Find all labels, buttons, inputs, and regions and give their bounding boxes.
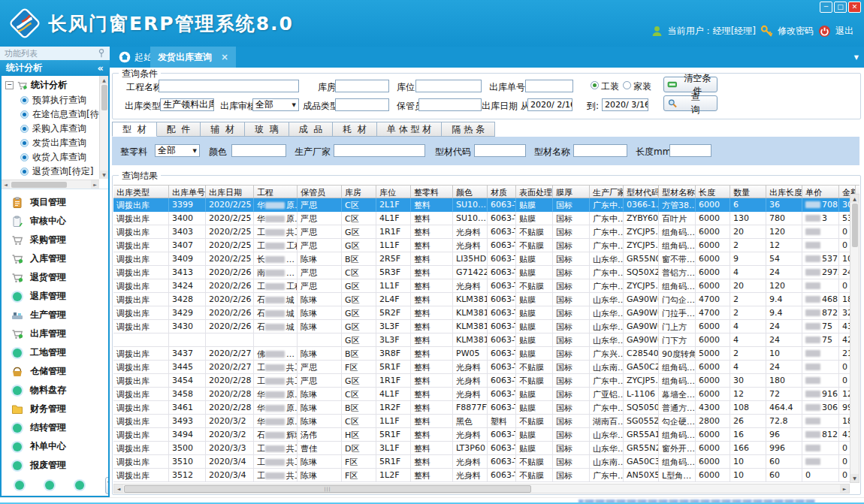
tree-vertical-scrollbar[interactable]: ▲ ▼ — [99, 76, 108, 179]
statistics-group-header[interactable]: 统计分析 « — [0, 60, 110, 76]
material-tab[interactable]: 型 材 — [112, 122, 157, 137]
warehouse-input[interactable] — [335, 80, 389, 92]
tree-item[interactable]: 采购入库查询 — [2, 122, 108, 136]
scroll-left-icon[interactable]: ◄ — [114, 484, 123, 493]
jiazhuang-radio[interactable] — [623, 81, 631, 89]
tree-item[interactable]: 收货入库查询 — [2, 150, 108, 164]
table-vertical-scrollbar[interactable]: ▲ ▼ — [850, 194, 859, 483]
table-row[interactable]: 调拨出库33992020/2/25华原…严思C区2L1F整料SU10…6063-… — [113, 198, 859, 212]
table-row[interactable]: 调拨出库34092020/2/25长…陈琳B区2R5F整料LI35HD6063-… — [113, 252, 859, 266]
material-tab[interactable]: 隔 热 条 — [442, 122, 495, 137]
column-header[interactable]: 表面处理 — [516, 186, 553, 198]
audit-select[interactable]: 全部▼ — [252, 98, 299, 111]
whole-piece-select[interactable]: 全部▼ — [155, 144, 200, 157]
table-row[interactable]: 调拨出库35122020/3/4工共工程陈琳F区1L2F整料光身料6063-T5… — [113, 469, 859, 482]
scroll-right-icon[interactable]: ► — [840, 484, 849, 493]
table-row[interactable]: 调拨出库34932020/3/2华原…陈琳C区1L1F整料黑色塑料不贴膜国标湖南… — [113, 415, 859, 428]
material-tab[interactable]: 配 件 — [157, 122, 201, 137]
tab-overflow-caret-icon[interactable]: ▼ — [854, 54, 859, 61]
table-row[interactable]: 调拨出库34582020/2/28华原…陈琳C区4L1F整料光身料6063-T5… — [113, 388, 859, 401]
table-row[interactable]: 调拨出库34002020/2/25华原…严思C区4L1F整料SU10…6063-… — [113, 212, 859, 225]
table-row[interactable]: 调拨出库35102020/3/4工共工程陈琳F区5R1F整料光身料6063-T5… — [113, 455, 859, 469]
scroll-up-icon[interactable]: ▲ — [100, 76, 108, 84]
column-header[interactable]: 型材名称 — [659, 186, 696, 198]
scrollbar-thumb[interactable] — [852, 204, 858, 247]
profile-name-input[interactable] — [573, 144, 627, 157]
sidebar-menu-item[interactable]: 退库管理 — [2, 287, 108, 306]
table-horizontal-scrollbar[interactable]: ◄ ||| ► — [113, 484, 850, 493]
column-header[interactable]: 工程 — [254, 186, 298, 198]
order-no-input[interactable] — [525, 80, 573, 92]
material-tab[interactable]: 辅 材 — [201, 122, 245, 137]
sidebar-menu-item[interactable]: 退货管理 — [2, 268, 108, 287]
column-header[interactable]: 膜厚 — [553, 186, 590, 198]
column-header[interactable]: 出库长度 — [766, 186, 802, 198]
manufacturer-input[interactable] — [334, 144, 425, 157]
table-row[interactable]: 调拨出库34942020/3/2石辉城汤伟H区5R1F整料光身料6063-T5贴… — [113, 428, 859, 442]
green-circle-icon[interactable] — [15, 481, 24, 490]
scrollbar-thumb[interactable] — [101, 85, 107, 110]
keeper-input[interactable] — [418, 98, 482, 111]
table-row[interactable]: 调拨出库34132020/2/26南…严思C区5R3F整料G714226063-… — [113, 266, 859, 279]
gongzhuang-radio[interactable] — [591, 81, 599, 89]
length-input[interactable] — [669, 144, 711, 157]
product-type-input[interactable] — [335, 98, 389, 111]
scroll-down-icon[interactable]: ▼ — [100, 171, 108, 179]
material-tab[interactable]: 玻 璃 — [245, 122, 289, 137]
scroll-left-icon[interactable]: ◄ — [2, 180, 10, 189]
sidebar-menu-item[interactable]: 财务管理 — [2, 400, 108, 418]
sidebar-menu-item[interactable]: 出库管理 — [2, 324, 108, 343]
column-header[interactable]: 出库类型 — [113, 186, 169, 198]
table-row[interactable]: 调拨出库34072020/2/25工工程严思G区1L1F整料光身料6063-T5… — [113, 239, 859, 252]
column-header[interactable]: 型材代码 — [624, 186, 659, 198]
tree-item[interactable]: 预算执行查询 — [2, 93, 108, 107]
maximize-button[interactable]: □ — [834, 2, 847, 13]
column-header[interactable]: 整零料 — [411, 186, 453, 198]
column-header[interactable]: 出库单号 — [169, 186, 206, 198]
out-type-select[interactable]: 生产领料出库▼ — [160, 98, 214, 111]
sidebar-menu-item[interactable]: 采购管理 — [2, 231, 108, 249]
column-header[interactable]: 材质 — [488, 186, 516, 198]
scroll-down-icon[interactable]: ▼ — [850, 474, 859, 482]
column-header[interactable]: 长度 — [696, 186, 730, 198]
tree-expander-icon[interactable]: − — [5, 81, 14, 89]
sidebar-menu-item[interactable]: 审核中心 — [2, 212, 108, 231]
sidebar-menu-item[interactable]: 工地管理 — [2, 343, 108, 362]
color-input[interactable] — [231, 144, 286, 157]
scroll-up-icon[interactable]: ▲ — [850, 195, 859, 203]
scroll-right-icon[interactable]: ► — [91, 180, 99, 189]
column-header[interactable]: 库房 — [342, 186, 376, 198]
table-row[interactable]: 调拨出库34372020/2/27佛…陈琳B区3R8F整料PW056063-T5… — [113, 347, 859, 361]
table-row[interactable]: 调拨出库34452020/2/27工共工程严思F区5R1F整料光身料6063-T… — [113, 361, 859, 374]
column-header[interactable]: 库位 — [376, 186, 411, 198]
close-tab-icon[interactable]: × — [221, 52, 228, 62]
table-row[interactable]: 调拨出库34282020/2/26石城陈琳G区2L4F整料KLM38176063… — [113, 293, 859, 306]
sidebar-menu-item[interactable]: 入库管理 — [2, 249, 108, 268]
table-row[interactable]: 调拨出库34612020/2/28华原…陈琳B区1R2F整料F8877FT606… — [113, 401, 859, 415]
location-input[interactable] — [415, 80, 482, 92]
material-tab[interactable]: 成 品 — [289, 122, 334, 137]
change-password-link[interactable]: 修改密码 — [778, 25, 814, 38]
sidebar-menu-item[interactable]: 生产管理 — [2, 306, 108, 324]
table-row[interactable]: 调拨出库34242020/2/26工工程严思G区1L1F整料光身料6063-T5… — [113, 279, 859, 293]
material-tab[interactable]: 单 体 型 材 — [377, 122, 442, 137]
table-row[interactable]: 调拨出库34542020/2/28工共工程严思G区1R1F整料光身料6063-T… — [113, 374, 859, 388]
scrollbar-thumb[interactable] — [11, 182, 67, 188]
sidebar-menu-item[interactable]: 补单中心 — [2, 437, 108, 456]
table-row[interactable]: 调拨出库34292020/2/26石城陈琳G区5R2F整料KLM38176063… — [113, 306, 859, 320]
table-row[interactable]: 调拨出库35002020/3/3工共工程曹佳D区3L1F整料LT3P606063… — [113, 442, 859, 455]
logout-link[interactable]: 退出 — [835, 25, 853, 38]
tree-item[interactable]: 退货查询[待定] — [2, 164, 108, 179]
tree-root[interactable]: − 统计分析 — [2, 76, 108, 93]
table-row[interactable]: G区3L3F整料KLM38176063-T5贴膜国标山东华…GA90W09…门下… — [113, 333, 859, 347]
date-from-picker[interactable]: 2020/ 2/16▼ — [527, 98, 572, 111]
minimize-button[interactable]: ─ — [820, 2, 832, 13]
pin-icon[interactable] — [98, 49, 105, 58]
column-header[interactable]: 单价 — [802, 186, 839, 198]
green-circle-icon[interactable] — [45, 481, 54, 490]
sidebar-menu-item[interactable]: 物料盘存 — [2, 381, 108, 400]
column-header[interactable]: 出库日期 — [206, 186, 254, 198]
tab-shipment-outbound-query[interactable]: 发货出库查询 × — [150, 47, 236, 68]
table-row[interactable]: 调拨出库34302020/2/26石城陈琳G区3L3F整料KLM38176063… — [113, 320, 859, 333]
column-header[interactable]: 生产厂家 — [590, 186, 624, 198]
